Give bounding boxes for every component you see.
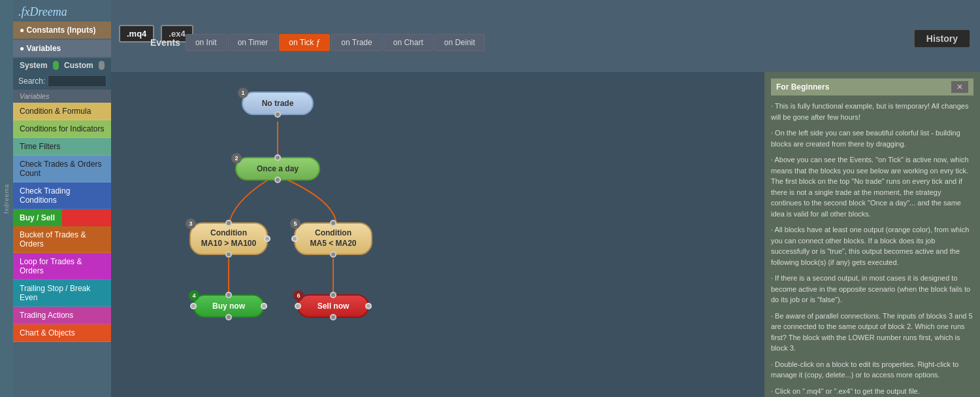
node-once-a-day-input[interactable]: [274, 154, 281, 161]
tab-on-tick[interactable]: on Tick ƒ: [279, 34, 330, 51]
history-button[interactable]: History: [914, 29, 970, 48]
node-no-trade[interactable]: 1 No trade: [242, 92, 314, 115]
tab-on-trade[interactable]: on Trade: [331, 34, 382, 51]
node-sell-now-side2[interactable]: [365, 303, 372, 309]
system-label: System: [20, 61, 48, 70]
sidebar-rotate-strip: fxdreema: [0, 0, 13, 397]
events-label: Events: [150, 37, 180, 48]
info-panel: For Beginners ✕ · This is fully function…: [764, 72, 980, 397]
sidebar: fxdreema .fxDreema ● Constants (Inputs) …: [0, 0, 111, 397]
sidebar-item-check-trading-conditions[interactable]: Check Trading Conditions: [13, 182, 111, 209]
info-panel-body: · This is fully functional example, but …: [771, 101, 973, 396]
sidebar-item-buy[interactable]: Buy / Sell: [13, 209, 62, 226]
sidebar-item-bucket[interactable]: Bucket of Trades & Orders: [13, 226, 111, 253]
node-once-a-day[interactable]: 2 Once a day: [235, 157, 320, 181]
info-panel-close-button[interactable]: ✕: [951, 81, 968, 93]
search-input[interactable]: [48, 75, 106, 87]
search-row: Search:: [13, 73, 111, 90]
node-cond2-label1: Condition: [310, 228, 356, 239]
node-no-trade-output[interactable]: [274, 111, 281, 118]
node-cond1-false-output[interactable]: [264, 235, 270, 242]
node-cond2-output[interactable]: [330, 251, 336, 258]
info-para-5: · If there is a second output, in most c…: [771, 273, 973, 305]
node-once-a-day-num: 2: [231, 153, 242, 164]
system-custom-row: System Custom: [13, 58, 111, 73]
info-para-6: · Be aware of parallel connections. The …: [771, 311, 973, 354]
fx-logo: .fxDreema: [13, 0, 111, 22]
node-cond1-input[interactable]: [225, 220, 232, 226]
header: .mq4 .ex4 Events on Init on Timer on Tic…: [111, 0, 980, 72]
node-sell-now[interactable]: 6 Sell now: [297, 294, 369, 318]
sidebar-item-trailing[interactable]: Trailing Stop / Break Even: [13, 280, 111, 307]
constants-btn[interactable]: ● Constants (Inputs): [13, 22, 111, 39]
node-buy-now-output[interactable]: [225, 314, 232, 320]
tab-on-init[interactable]: on Init: [186, 34, 227, 51]
node-cond2-false-output[interactable]: [291, 235, 298, 242]
tab-on-chart[interactable]: on Chart: [384, 34, 433, 51]
sidebar-content: .fxDreema ● Constants (Inputs) ● Variabl…: [13, 0, 111, 397]
sidebar-brand-text: fxdreema: [3, 184, 10, 214]
node-buy-now-num: 4: [189, 290, 199, 301]
sidebar-item-loop[interactable]: Loop for Trades & Orders: [13, 253, 111, 280]
node-cond1-label2: MA10 > MA100: [201, 239, 256, 249]
canvas[interactable]: 1 No trade 2 Once a day 3 Condition MA10…: [111, 72, 764, 397]
node-cond2-input[interactable]: [330, 220, 336, 226]
sidebar-item-chart-objects[interactable]: Chart & Objects: [13, 324, 111, 342]
sidebar-item-sell[interactable]: [62, 209, 111, 226]
node-sell-now-side[interactable]: [295, 303, 301, 309]
node-cond2-label2: MA5 < MA20: [310, 239, 356, 249]
sidebar-item-buysell: Buy / Sell: [13, 209, 111, 226]
node-cond1-num: 3: [186, 218, 196, 229]
node-condition-2[interactable]: 5 Condition MA5 < MA20: [294, 222, 372, 255]
info-panel-title: For Beginners: [776, 82, 829, 92]
variables-category: Variables: [13, 90, 111, 103]
info-para-2: · On the left side you can see beautiful…: [771, 128, 973, 149]
node-cond2-num: 5: [290, 218, 301, 229]
custom-label: Custom: [64, 61, 93, 70]
node-buy-now[interactable]: 4 Buy now: [193, 294, 265, 318]
info-para-3: · Above you can see the Events. "on Tick…: [771, 154, 973, 219]
node-once-a-day-output[interactable]: [274, 177, 281, 183]
events-bar: Events on Init on Timer on Tick ƒ on Tra…: [111, 29, 980, 56]
system-toggle[interactable]: [53, 61, 59, 70]
main-content: .mq4 .ex4 Events on Init on Timer on Tic…: [111, 0, 980, 397]
sidebar-item-condition-formula[interactable]: Condition & Formula: [13, 103, 111, 120]
sidebar-item-time-filters[interactable]: Time Filters: [13, 138, 111, 156]
node-buy-now-label: Buy now: [212, 302, 245, 311]
info-para-7: · Double-click on a block to edit its pr…: [771, 359, 973, 381]
node-cond1-label1: Condition: [201, 228, 256, 239]
node-sell-now-label: Sell now: [318, 302, 350, 311]
node-buy-now-side2[interactable]: [261, 303, 267, 309]
tab-on-deinit[interactable]: on Deinit: [434, 34, 485, 51]
info-panel-header: For Beginners ✕: [771, 78, 973, 95]
node-sell-now-input[interactable]: [330, 292, 336, 298]
node-no-trade-num: 1: [238, 88, 248, 98]
logo-text: .fxDreema: [18, 5, 67, 18]
node-no-trade-label: No trade: [262, 99, 294, 108]
node-condition-1[interactable]: 3 Condition MA10 > MA100: [189, 222, 268, 255]
info-para-1: · This is fully functional example, but …: [771, 101, 973, 122]
sidebar-item-trading-actions[interactable]: Trading Actions: [13, 307, 111, 324]
info-para-4: · All blocks have at least one output (o…: [771, 224, 973, 268]
sidebar-item-check-trades-orders[interactable]: Check Trades & Orders Count: [13, 156, 111, 182]
node-buy-now-side[interactable]: [190, 303, 197, 309]
sidebar-item-conditions-indicators[interactable]: Conditions for Indicators: [13, 120, 111, 138]
search-label: Search:: [18, 77, 45, 86]
variables-btn[interactable]: ● Variables: [13, 40, 111, 57]
node-buy-now-input[interactable]: [225, 292, 232, 298]
custom-toggle[interactable]: [99, 61, 105, 70]
node-once-a-day-label: Once a day: [257, 164, 299, 173]
node-cond1-output[interactable]: [225, 251, 232, 258]
node-sell-now-num: 6: [293, 290, 304, 301]
tab-on-timer[interactable]: on Timer: [228, 34, 278, 51]
info-para-8: · Click on ".mq4" or ".ex4" to get the o…: [771, 386, 973, 397]
node-sell-now-output[interactable]: [330, 314, 336, 320]
